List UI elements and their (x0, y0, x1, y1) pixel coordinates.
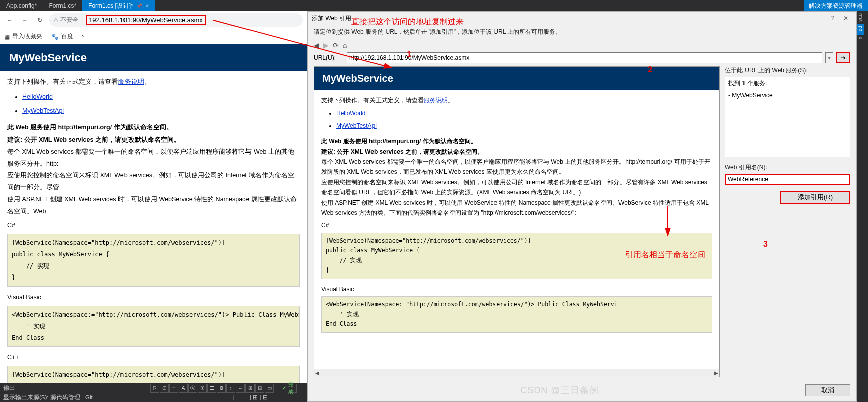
code-block-cs: [WebService(Namespace="http://microsoft.… (321, 233, 712, 279)
add-web-reference-dialog: 添加 Web 引用 ? ✕ 请定位到提供 Web 服务的 URL，然后单击"添加… (307, 11, 857, 402)
tool-icon[interactable]: ① (198, 384, 207, 393)
tool-icon[interactable]: ↔ (236, 384, 245, 393)
cancel-button[interactable]: 取消 (805, 384, 850, 396)
preview-title: MyWebService (314, 67, 719, 90)
done-label: ✔ 完成 (274, 384, 304, 393)
solution-explorer-tab[interactable]: 解决方案资源管理器 (804, 0, 868, 11)
refresh-icon[interactable]: ⟳ (333, 41, 339, 49)
service-desc-link[interactable]: 服务说明 (118, 78, 144, 85)
tool-icon[interactable]: Ⓐ (188, 384, 197, 393)
side-tab[interactable]: x (857, 35, 864, 41)
vs-output-panel: 输出 ⎘∅≡AⒶ①☰⚙↕↔⊞⊟▭ ✔ 完成 显示输出来源(S): 源代码管理 -… (0, 383, 307, 402)
vs-tab-active[interactable]: Form1.cs [设计]*📌✕ (82, 0, 155, 11)
tool-icon[interactable]: ▭ (265, 384, 274, 393)
bookmark-bar: ▦导入收藏夹 🐾百度一下 (0, 29, 307, 44)
page-title: MyWebService (0, 44, 307, 71)
service-desc-link[interactable]: 服务说明 (424, 97, 448, 104)
back-icon[interactable]: ◀ (314, 41, 319, 49)
tool-icon[interactable]: ⎘ (150, 384, 159, 393)
output-source-label: 显示输出来源(S): (3, 394, 49, 401)
tool-icon[interactable]: ⚙ (217, 384, 226, 393)
method-link[interactable]: MyWebTestApi (22, 107, 64, 114)
found-count: 找到 1 个服务: (728, 79, 847, 88)
side-tab[interactable]: pp. (857, 24, 864, 35)
advice-line: 建议: 公开 XML Web services 之前，请更改默认命名空间。 (7, 134, 300, 146)
vs-tab-bar: App.config* Form1.cs* Form1.cs [设计]*📌✕ 解… (0, 0, 868, 11)
tool-icon[interactable]: ↕ (226, 384, 235, 393)
help-button[interactable]: ? (826, 15, 839, 22)
watermark: CSDN @三日条例 (314, 384, 805, 396)
services-label: 位于此 URL 上的 Web 服务(S): (725, 66, 850, 75)
back-icon[interactable]: ← (4, 17, 15, 24)
tool-icon[interactable]: ⊞ (245, 384, 255, 393)
vs-tab[interactable]: App.config* (0, 0, 43, 11)
method-link[interactable]: MyWebTestApi (336, 122, 377, 129)
home-icon[interactable]: ⌂ (343, 41, 347, 49)
go-button[interactable]: ➜ (836, 52, 850, 63)
pin-icon[interactable]: 📌 (136, 3, 142, 9)
forward-icon[interactable]: ▶ (323, 41, 329, 49)
url-label: URL(U): (314, 54, 344, 61)
close-icon[interactable]: ✕ (839, 15, 852, 22)
address-bar[interactable]: ⚠ 不安全 | 192.168.1.101:90/MyWebService.as… (49, 13, 303, 27)
add-reference-button[interactable]: 添加引用(R) (780, 191, 850, 204)
side-tab[interactable]: rms (857, 11, 864, 24)
h-scrollbar[interactable]: ◀▶ (314, 369, 720, 377)
tool-icon[interactable]: ∅ (160, 384, 169, 393)
url-input[interactable] (347, 52, 822, 63)
browser-panel: ← → ↻ ⚠ 不安全 | 192.168.1.101:90/MyWebServ… (0, 11, 307, 402)
tool-icon[interactable]: ≡ (169, 384, 178, 393)
service-item[interactable]: - MyWebService (728, 92, 847, 99)
code-block-vb: <WebService(Namespace:="http://microsoft… (321, 296, 712, 333)
bottom-toolbar: ⎘∅≡AⒶ①☰⚙↕↔⊞⊟▭ ✔ 完成 (150, 384, 304, 393)
tool-icon[interactable]: ☰ (207, 384, 216, 393)
reload-icon[interactable]: ↻ (34, 17, 45, 24)
web-page: MyWebService 支持下列操作。有关正式定义，请查看服务说明。 Hell… (0, 44, 307, 402)
grid-icon: ▦ (4, 33, 10, 40)
toolbar-icons: | ≣ ≣ | ⊞ | ⊟ (233, 394, 268, 401)
close-icon[interactable]: ✕ (145, 3, 149, 9)
dialog-hint: 请定位到提供 Web 服务的 URL，然后单击"添加引用"，添加位于该 URL … (308, 25, 856, 41)
ref-name-input[interactable] (725, 174, 850, 185)
url-text: 192.168.1.101:90/MyWebService.asmx (86, 15, 206, 25)
vs-tab[interactable]: Form1.cs* (43, 0, 82, 11)
output-title: 输出 (3, 384, 15, 392)
browser-nav: ← → ↻ ⚠ 不安全 | 192.168.1.101:90/MyWebServ… (0, 11, 307, 29)
tool-icon[interactable]: ⊟ (255, 384, 264, 393)
code-block-cs: [WebService(Namespace="http://microsoft.… (7, 234, 300, 287)
method-link[interactable]: HelloWorld (22, 93, 53, 100)
namespace-line: 此 Web 服务使用 http://tempuri.org/ 作为默认命名空间。 (7, 122, 300, 134)
method-link[interactable]: HelloWorld (336, 110, 365, 117)
paw-icon: 🐾 (51, 33, 59, 40)
code-block-vb: <WebService(Namespace:="http://microsoft… (7, 306, 300, 347)
dialog-title-bar: 添加 Web 引用 ? ✕ (308, 12, 856, 25)
import-bookmarks[interactable]: ▦导入收藏夹 (4, 32, 42, 41)
ref-name-label: Web 引用名(N): (725, 163, 850, 172)
services-list[interactable]: 找到 1 个服务: - MyWebService (725, 77, 850, 157)
output-source-value[interactable]: 源代码管理 - Git (50, 394, 93, 401)
dialog-nav: ◀ ▶ ⟳ ⌂ (308, 41, 856, 52)
service-preview[interactable]: MyWebService 支持下列操作。有关正式定义，请查看服务说明。 Hell… (314, 66, 720, 369)
vs-side-tabs: rms pp. x (857, 11, 868, 402)
tool-icon[interactable]: A (179, 384, 188, 393)
forward-icon[interactable]: → (19, 17, 30, 24)
bookmark-baidu[interactable]: 🐾百度一下 (51, 32, 85, 41)
not-secure-label: ⚠ 不安全 (53, 16, 78, 24)
dropdown-icon[interactable]: ▾ (825, 52, 833, 63)
